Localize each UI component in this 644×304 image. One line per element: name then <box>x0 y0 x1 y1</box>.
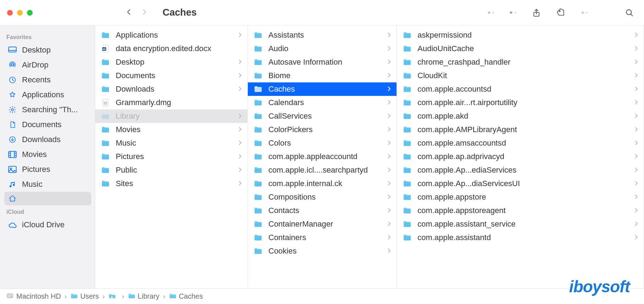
file-row[interactable]: com.apple.AMPLibraryAgent <box>397 123 644 136</box>
file-row[interactable]: com.apple.assistant_service <box>397 217 644 231</box>
file-row[interactable]: AudioUnitCache <box>397 42 644 55</box>
file-row-label: Audio <box>268 44 385 53</box>
file-row[interactable]: com.apple.internal.ck <box>248 177 397 190</box>
file-row[interactable]: com.apple.Ap...ediaServices <box>397 163 644 177</box>
sidebar-section-label: iCloud <box>6 209 89 215</box>
breadcrumb[interactable] <box>108 292 118 300</box>
chevron-right-icon <box>387 206 391 215</box>
file-row[interactable]: CloudKit <box>397 69 644 82</box>
file-row[interactable]: Pictures <box>95 150 247 163</box>
svg-rect-0 <box>488 12 490 13</box>
file-row[interactable]: com.apple.icl....searchpartyd <box>248 163 397 177</box>
sidebar-item-desktop[interactable]: Desktop <box>4 43 91 58</box>
file-row[interactable]: com.apple.appleaccountd <box>248 150 397 163</box>
file-row[interactable]: Containers <box>248 231 397 244</box>
file-row[interactable]: com.apple.accountsd <box>397 82 644 96</box>
file-row[interactable]: Public <box>95 163 247 177</box>
file-row[interactable]: Applications <box>95 28 247 42</box>
svg-rect-5 <box>512 12 512 12</box>
sidebar-section-label: Favorites <box>6 34 89 40</box>
file-row[interactable]: askpermissiond <box>397 28 644 42</box>
back-button[interactable] <box>125 8 133 17</box>
chevron-right-icon <box>238 179 242 188</box>
file-row-label: Grammarly.dmg <box>116 98 242 107</box>
file-row[interactable]: chrome_crashpad_handler <box>397 55 644 69</box>
file-row[interactable]: Grammarly.dmg <box>95 96 247 109</box>
chevron-right-icon <box>634 44 638 53</box>
file-row[interactable]: Colors <box>248 136 397 150</box>
file-row[interactable]: com.apple.appstore <box>397 190 644 204</box>
chevron-right-icon <box>387 219 391 229</box>
file-row[interactable]: Movies <box>95 123 247 136</box>
file-row[interactable]: Music <box>95 136 247 150</box>
share-button[interactable] <box>532 8 541 17</box>
file-row[interactable]: Caches <box>248 82 397 96</box>
file-row[interactable]: com.apple.appstoreagent <box>397 204 644 217</box>
file-row[interactable]: com.apple.assistantd <box>397 231 644 244</box>
svg-rect-71 <box>404 128 411 132</box>
breadcrumb[interactable]: Macintosh HD <box>6 292 61 300</box>
sidebar-item-downloads[interactable]: Downloads <box>4 132 91 147</box>
svg-rect-3 <box>510 12 511 12</box>
file-row[interactable]: Downloads <box>95 82 247 96</box>
file-row[interactable]: Audio <box>248 42 397 55</box>
sidebar-item-home[interactable] <box>4 192 91 205</box>
svg-rect-49 <box>255 61 262 65</box>
file-row[interactable]: Documents <box>95 69 247 82</box>
chevron-right-icon <box>634 192 638 202</box>
view-columns-button[interactable] <box>488 9 494 16</box>
fullscreen-window-button[interactable] <box>27 10 33 16</box>
group-by-button[interactable] <box>510 11 516 15</box>
sidebar-item-movies[interactable]: Movies <box>4 147 91 162</box>
file-row[interactable]: Desktop <box>95 55 247 69</box>
file-row[interactable]: ColorPickers <box>248 123 397 136</box>
more-actions-button[interactable] <box>582 11 588 15</box>
forward-button[interactable] <box>141 8 148 17</box>
svg-point-19 <box>11 64 13 66</box>
sidebar-item-applications[interactable]: Applications <box>4 87 91 102</box>
minimize-window-button[interactable] <box>17 10 23 16</box>
sidebar-item-label: Music <box>22 180 42 189</box>
file-row[interactable]: Library <box>95 109 247 123</box>
file-row-label: Public <box>116 165 236 175</box>
folder-icon <box>403 180 413 188</box>
sidebar-item-icloud-drive[interactable]: iCloud Drive <box>4 217 91 232</box>
file-row[interactable]: Wdata encryption.edited.docx <box>95 42 247 55</box>
breadcrumb[interactable]: Library <box>128 292 159 300</box>
breadcrumb[interactable]: Users <box>70 292 99 300</box>
file-row-label: com.apple.Ap...diaServicesUI <box>417 179 632 188</box>
sidebar-item-recents[interactable]: Recents <box>4 72 91 87</box>
tags-button[interactable] <box>557 8 566 17</box>
file-row[interactable]: Assistants <box>248 28 397 42</box>
file-row[interactable]: com.apple.akd <box>397 109 644 123</box>
file-row[interactable]: Cookies <box>248 244 397 258</box>
file-row[interactable]: com.apple.air...rt.airportutility <box>397 96 644 109</box>
sidebar-item-documents[interactable]: Documents <box>4 117 91 132</box>
chevron-right-icon <box>387 246 391 256</box>
search-button[interactable] <box>625 8 634 17</box>
svg-rect-82 <box>71 295 77 298</box>
file-row[interactable]: Compositions <box>248 190 397 204</box>
sidebar-item-searching-th-[interactable]: Searching "Th... <box>4 102 91 117</box>
file-row[interactable]: Autosave Information <box>248 55 397 69</box>
sidebar-item-music[interactable]: Music <box>4 177 91 192</box>
breadcrumb[interactable]: Caches <box>169 292 203 300</box>
chevron-right-icon <box>238 165 242 175</box>
file-row[interactable]: com.apple.ap.adprivacyd <box>397 150 644 163</box>
file-row[interactable]: Calendars <box>248 96 397 109</box>
chevron-right-icon: › <box>122 292 124 300</box>
file-row[interactable]: com.apple.amsaccountsd <box>397 136 644 150</box>
svg-rect-58 <box>255 182 262 186</box>
file-row[interactable]: Contacts <box>248 204 397 217</box>
sidebar-item-pictures[interactable]: Pictures <box>4 162 91 177</box>
file-row[interactable]: com.apple.Ap...diaServicesUI <box>397 177 644 190</box>
sidebar-item-label: Documents <box>22 120 61 129</box>
folder-icon <box>403 193 413 201</box>
close-window-button[interactable] <box>7 10 13 16</box>
file-row[interactable]: Biome <box>248 69 397 82</box>
sidebar-item-airdrop[interactable]: AirDrop <box>4 58 91 72</box>
file-row[interactable]: Sites <box>95 177 247 190</box>
file-row[interactable]: ContainerManager <box>248 217 397 231</box>
docx-file-icon: W <box>101 45 111 53</box>
file-row[interactable]: CallServices <box>248 109 397 123</box>
